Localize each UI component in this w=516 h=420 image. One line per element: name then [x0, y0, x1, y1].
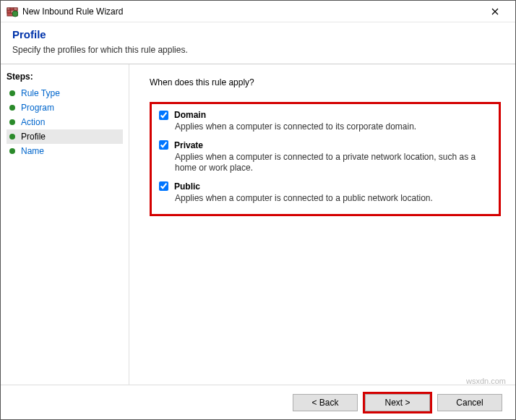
- cancel-button[interactable]: Cancel: [437, 394, 502, 411]
- close-button[interactable]: [481, 1, 509, 22]
- page-title: Profile: [12, 28, 504, 40]
- step-label: Rule Type: [21, 88, 60, 98]
- profiles-highlight-box: Domain Applies when a computer is connec…: [150, 102, 501, 216]
- wizard-window: New Inbound Rule Wizard Profile Specify …: [0, 0, 516, 420]
- bullet-icon: [9, 90, 15, 96]
- svg-rect-4: [7, 10, 11, 13]
- next-button[interactable]: Next >: [365, 394, 430, 411]
- step-name[interactable]: Name: [7, 144, 123, 158]
- step-label: Program: [21, 103, 54, 113]
- private-label: Private: [174, 140, 203, 150]
- private-description: Applies when a computer is connected to …: [175, 152, 491, 174]
- step-rule-type[interactable]: Rule Type: [7, 86, 123, 100]
- step-label: Profile: [21, 132, 46, 142]
- back-button[interactable]: < Back: [293, 394, 358, 411]
- step-program[interactable]: Program: [7, 100, 123, 115]
- window-title: New Inbound Rule Wizard: [22, 7, 481, 17]
- watermark: wsxdn.com: [466, 377, 506, 385]
- bullet-icon: [9, 148, 15, 154]
- public-checkbox[interactable]: [159, 181, 168, 191]
- steps-sidebar: Steps: Rule Type Program Action Profile …: [1, 64, 129, 385]
- content-pane: When does this rule apply? Domain Applie…: [129, 64, 515, 385]
- public-description: Applies when a computer is connected to …: [175, 193, 491, 205]
- public-label: Public: [174, 181, 200, 192]
- step-label: Action: [21, 117, 45, 127]
- firewall-icon: [7, 6, 18, 17]
- bullet-icon: [9, 105, 15, 111]
- step-label: Name: [21, 146, 44, 156]
- steps-heading: Steps:: [7, 72, 123, 82]
- bullet-icon: [9, 134, 15, 140]
- domain-description: Applies when a computer is connected to …: [175, 121, 491, 133]
- private-checkbox[interactable]: [159, 140, 168, 150]
- titlebar: New Inbound Rule Wizard: [1, 1, 515, 22]
- page-subtitle: Specify the profiles for which this rule…: [12, 45, 504, 55]
- checkbox-row-public: Public Applies when a computer is connec…: [159, 181, 491, 205]
- svg-point-6: [12, 11, 18, 17]
- step-action[interactable]: Action: [7, 115, 123, 129]
- header: Profile Specify the profiles for which t…: [1, 22, 515, 64]
- checkbox-row-domain: Domain Applies when a computer is connec…: [159, 110, 491, 133]
- body: Steps: Rule Type Program Action Profile …: [1, 64, 515, 385]
- footer-buttons: < Back Next > Cancel: [1, 385, 515, 419]
- checkbox-row-private: Private Applies when a computer is conne…: [159, 140, 491, 174]
- domain-label: Domain: [174, 110, 206, 120]
- step-profile[interactable]: Profile: [7, 129, 123, 144]
- bullet-icon: [9, 119, 15, 125]
- question-text: When does this rule apply?: [150, 77, 501, 87]
- domain-checkbox[interactable]: [159, 111, 168, 120]
